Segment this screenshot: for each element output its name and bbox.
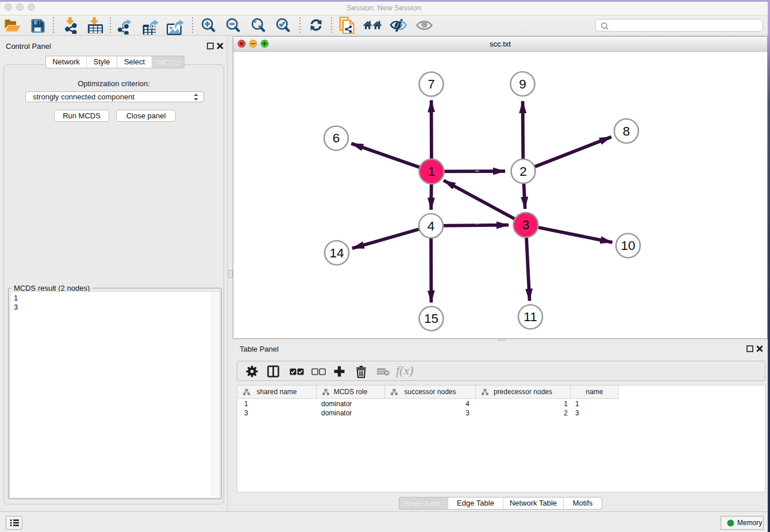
svg-text:9: 9 [519,77,526,91]
svg-text:6: 6 [333,131,340,145]
svg-text:14: 14 [329,246,344,260]
svg-text:1: 1 [428,164,436,179]
svg-text:7: 7 [428,77,435,91]
svg-text:10: 10 [621,238,635,253]
svg-text:15: 15 [424,311,438,326]
svg-text:8: 8 [623,124,630,138]
svg-text:4: 4 [428,219,435,233]
svg-text:3: 3 [522,218,530,232]
svg-text:11: 11 [523,310,537,324]
svg-text:2: 2 [519,164,527,179]
